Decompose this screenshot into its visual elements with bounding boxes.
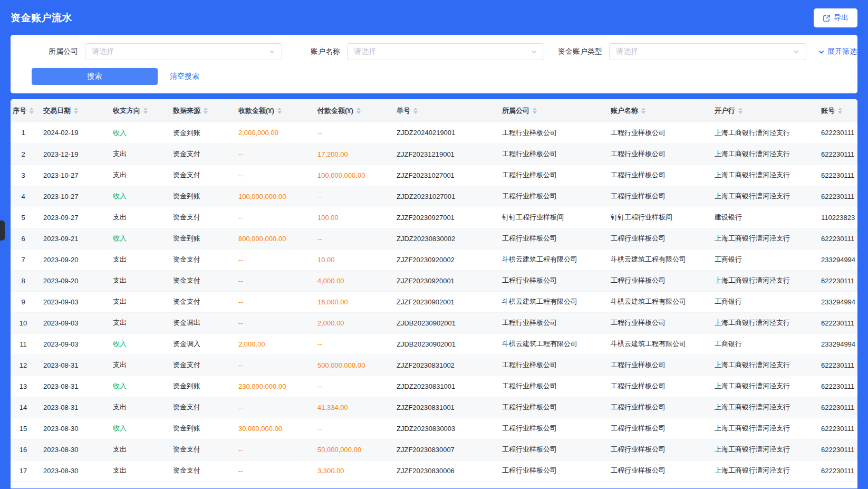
cell-account-no: 622230111	[814, 312, 857, 333]
column-header[interactable]: 所属公司	[495, 99, 603, 122]
cell-receive-amount: 30,000,000.00	[231, 418, 310, 439]
cell-date: 2023-10-27	[36, 186, 105, 207]
cell-account-no: 233294994	[814, 249, 857, 270]
cell-order-no: ZJDZ20230830002	[389, 228, 495, 249]
cell-company: 工程行业样板公司	[495, 143, 603, 165]
column-header[interactable]: 序号	[11, 99, 36, 122]
cell-date: 2024-02-19	[36, 122, 105, 143]
column-header[interactable]: 账号	[814, 99, 857, 122]
cell-account-name: 工程行业样板公司	[603, 270, 707, 291]
sort-icon[interactable]	[838, 108, 842, 114]
cell-index: 6	[11, 228, 36, 249]
cell-order-no: ZJZF20231027001	[389, 165, 495, 186]
sort-icon[interactable]	[533, 108, 537, 114]
column-header[interactable]: 单号	[389, 99, 495, 122]
account-type-select[interactable]: 请选择	[609, 43, 806, 60]
column-header-label: 收支方向	[113, 107, 140, 114]
cell-receive-amount: 100,000,000.00	[231, 186, 310, 207]
column-header[interactable]: 开户行	[707, 99, 814, 122]
sort-icon[interactable]	[143, 108, 148, 114]
cell-source: 资金支付	[166, 397, 231, 418]
table-row: 172023-08-30支出资金支付--3,300.00ZJZF20230830…	[11, 460, 857, 481]
cell-direction: 收入	[105, 122, 166, 143]
table-row: 62023-09-21收入资金到账800,000,000.00--ZJDZ202…	[11, 228, 857, 249]
cell-order-no: ZJDZ20230831001	[389, 376, 495, 397]
column-header[interactable]: 付款金额(¥)	[310, 99, 389, 122]
cell-bank: 上海工商银行漕河泾支行	[707, 270, 814, 291]
company-select[interactable]: 请选择	[85, 43, 282, 60]
column-header-label: 单号	[397, 107, 410, 114]
cell-index: 14	[11, 397, 36, 418]
table-row: 162023-08-30支出资金支付--50,000,000.00ZJZF202…	[11, 439, 857, 460]
cell-direction: 支出	[105, 207, 166, 228]
expand-filters-link[interactable]: 展开筛选	[818, 47, 857, 56]
company-filter-label: 所属公司	[32, 47, 78, 56]
cell-pay-amount: 100.00	[310, 207, 389, 228]
cell-account-no: 622230111	[814, 418, 857, 439]
cell-order-no: ZJDZ20231027001	[389, 186, 495, 207]
column-header-label: 数据来源	[173, 107, 200, 114]
sort-icon[interactable]	[74, 108, 78, 114]
cell-direction: 支出	[105, 439, 166, 460]
cell-company: 工程行业样板公司	[495, 165, 603, 186]
column-header[interactable]: 交易日期	[36, 99, 105, 122]
cell-bank: 上海工商银行漕河泾支行	[707, 439, 814, 460]
cell-account-name: 工程行业样板公司	[603, 418, 707, 439]
sort-icon[interactable]	[204, 108, 208, 114]
cell-date: 2023-09-27	[36, 207, 105, 228]
table-row: 42023-10-27收入资金到账100,000,000.00--ZJDZ202…	[11, 186, 857, 207]
cell-company: 钉钉工程行业样板间	[495, 207, 603, 228]
cell-company: 工程行业样板公司	[495, 122, 603, 143]
cell-bank: 上海工商银行漕河泾支行	[707, 376, 814, 397]
cell-date: 2023-12-19	[36, 143, 105, 165]
account-name-select[interactable]: 请选择	[347, 43, 544, 60]
cell-date: 2023-08-31	[36, 354, 105, 376]
cell-pay-amount: 100,000,000.00	[310, 165, 389, 186]
chevron-down-icon	[269, 49, 275, 55]
cell-company: 工程行业样板公司	[495, 460, 603, 481]
clear-search-link[interactable]: 清空搜索	[170, 72, 199, 81]
cell-account-no: 622230111	[814, 228, 857, 249]
cell-direction: 支出	[105, 460, 166, 481]
cell-receive-amount: --	[231, 439, 310, 460]
cell-date: 2023-08-31	[36, 376, 105, 397]
sort-icon[interactable]	[641, 108, 645, 114]
sort-icon[interactable]	[738, 108, 742, 114]
export-icon	[823, 14, 831, 22]
table-row: 82023-09-20支出资金支付--4,000.00ZJZF202309200…	[11, 270, 857, 291]
table-row: 112023-09-03收入资金调入2,000.00--ZJDB20230902…	[11, 333, 857, 354]
table-header-row: 序号交易日期收支方向数据来源收款金额(¥)付款金额(¥)单号所属公司账户名称开户…	[11, 99, 857, 122]
table-row: 72023-09-20支出资金支付--10.00ZJZF20230920002斗…	[11, 249, 857, 270]
search-button[interactable]: 搜索	[32, 68, 158, 85]
cell-index: 7	[11, 249, 36, 270]
sort-icon[interactable]	[356, 108, 361, 114]
cell-date: 2023-10-27	[36, 165, 105, 186]
sort-icon[interactable]	[413, 108, 418, 114]
cell-source: 资金支付	[166, 143, 231, 165]
cell-account-name: 工程行业样板公司	[603, 165, 707, 186]
cell-direction: 收入	[105, 228, 166, 249]
sort-icon[interactable]	[30, 108, 34, 114]
column-header[interactable]: 账户名称	[603, 99, 707, 122]
export-button[interactable]: 导出	[814, 8, 857, 27]
column-header[interactable]: 收支方向	[105, 99, 166, 122]
column-header[interactable]: 收款金额(¥)	[231, 99, 310, 122]
cell-direction: 支出	[105, 143, 166, 165]
column-header[interactable]: 数据来源	[166, 99, 231, 122]
cell-pay-amount: --	[310, 376, 389, 397]
sort-icon[interactable]	[277, 108, 282, 114]
cell-index: 11	[11, 333, 36, 354]
cell-pay-amount: 50,000,000.00	[310, 439, 389, 460]
cell-direction: 收入	[105, 333, 166, 354]
drawer-collapse-handle[interactable]	[0, 220, 5, 241]
filter-actions-row: 搜索 清空搜索	[32, 68, 842, 85]
filter-field-account-name: 账户名称 请选择	[294, 43, 544, 60]
cell-source: 资金支付	[166, 291, 231, 312]
cell-company: 工程行业样板公司	[495, 376, 603, 397]
column-header-label: 开户行	[715, 107, 735, 114]
cell-pay-amount: 17,200.00	[310, 143, 389, 165]
cell-order-no: ZJZF20230830006	[389, 460, 495, 481]
cell-receive-amount: --	[231, 207, 310, 228]
cell-date: 2023-08-30	[36, 460, 105, 481]
cell-pay-amount: --	[310, 228, 389, 249]
